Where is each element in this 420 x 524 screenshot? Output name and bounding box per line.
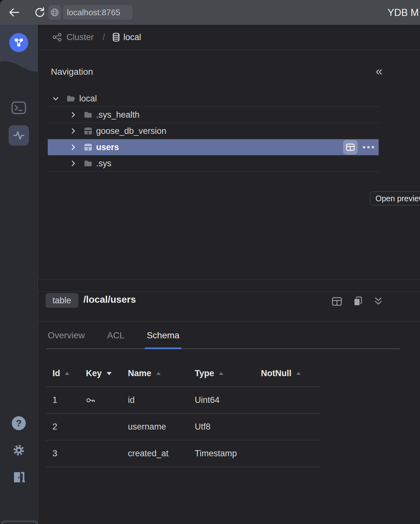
cell-type: Uint64 bbox=[195, 395, 261, 405]
table-icon bbox=[84, 143, 92, 151]
column-header-notnull[interactable]: NotNull bbox=[261, 369, 321, 378]
chevron-right-icon[interactable] bbox=[69, 127, 77, 135]
dot bbox=[367, 146, 370, 148]
tree-item-goose-db-version[interactable]: goose_db_version bbox=[48, 123, 379, 139]
window-title: YDB M bbox=[388, 7, 419, 18]
settings-button[interactable] bbox=[0, 443, 38, 458]
open-preview-button[interactable] bbox=[343, 140, 358, 155]
app-sidebar: ? bbox=[0, 25, 38, 524]
logout-button[interactable] bbox=[0, 470, 38, 484]
navigation-panel: Navigation « local .sys_health goose_db_… bbox=[38, 50, 420, 279]
column-header-type[interactable]: Type bbox=[195, 369, 261, 378]
folder-icon bbox=[84, 111, 92, 118]
entity-path: /local/users bbox=[83, 294, 136, 305]
terminal-nav-button[interactable] bbox=[0, 101, 38, 114]
url-text: localhost:8765 bbox=[67, 8, 120, 17]
tree-item-local[interactable]: local bbox=[48, 91, 379, 107]
screen: localhost:8765 YDB M ? bbox=[0, 0, 420, 524]
tree-item-label: .sys_health bbox=[96, 110, 140, 120]
tab-schema[interactable]: Schema bbox=[145, 321, 181, 349]
terminal-icon bbox=[11, 101, 26, 114]
tree-item-users[interactable]: users bbox=[48, 139, 379, 155]
chevron-right-icon[interactable] bbox=[69, 160, 77, 167]
address-bar[interactable]: localhost:8765 bbox=[63, 5, 132, 20]
chevron-right-icon[interactable] bbox=[69, 111, 77, 119]
entity-header: table /local/users bbox=[38, 292, 420, 321]
cell-name: username bbox=[128, 422, 195, 432]
more-menu-button[interactable] bbox=[361, 146, 376, 148]
bottom-sheet-edge bbox=[1, 521, 38, 524]
exit-door-icon bbox=[11, 470, 26, 484]
back-button[interactable] bbox=[8, 6, 20, 18]
sort-asc-icon bbox=[65, 372, 69, 375]
panel-divider[interactable] bbox=[38, 279, 420, 292]
tree-item-label: users bbox=[96, 142, 119, 152]
chevron-down-icon[interactable] bbox=[52, 95, 60, 102]
cell-id: 3 bbox=[52, 449, 86, 459]
collapse-panel-button[interactable]: « bbox=[376, 65, 382, 77]
reload-icon bbox=[34, 7, 46, 18]
breadcrumb-separator: / bbox=[103, 32, 105, 42]
globe-icon bbox=[50, 8, 59, 17]
table-row: 3 created_at Timestamp bbox=[46, 440, 321, 467]
table-row: 1 id Uint64 bbox=[46, 387, 321, 413]
dot bbox=[372, 146, 374, 148]
copy-path-button[interactable] bbox=[352, 295, 364, 308]
sort-asc-icon bbox=[156, 372, 161, 375]
help-button[interactable]: ? bbox=[12, 416, 26, 430]
table-icon bbox=[84, 127, 92, 135]
breadcrumb-database[interactable]: local bbox=[123, 32, 141, 42]
breadcrumb-cluster[interactable]: Cluster bbox=[66, 32, 94, 42]
main-content: Cluster / local Navigation « local .sys_… bbox=[38, 25, 420, 524]
activity-pulse-icon bbox=[12, 129, 25, 142]
primary-key-icon bbox=[86, 397, 95, 404]
cell-name: created_at bbox=[128, 449, 195, 459]
row-actions bbox=[343, 139, 376, 155]
column-header-key[interactable]: Key bbox=[86, 369, 128, 378]
collapse-details-button[interactable] bbox=[372, 295, 385, 308]
ydb-logo-icon bbox=[13, 37, 25, 49]
cell-type: Utf8 bbox=[195, 422, 261, 432]
dot bbox=[363, 146, 365, 148]
schema-table: Id Key Name Type NotNull 1 id Uint64 2 bbox=[46, 360, 321, 467]
breadcrumb: Cluster / local bbox=[38, 25, 420, 50]
chevron-double-down-icon bbox=[374, 297, 383, 306]
back-arrow-icon bbox=[9, 8, 20, 17]
reload-button[interactable] bbox=[34, 6, 46, 18]
table-preview-icon bbox=[346, 143, 355, 151]
copy-icon bbox=[353, 296, 363, 307]
browser-topbar: localhost:8765 YDB M bbox=[0, 0, 420, 25]
entity-type-badge: table bbox=[46, 293, 78, 308]
tree-item-sys-health[interactable]: .sys_health bbox=[48, 107, 379, 123]
monitoring-nav-button[interactable] bbox=[9, 125, 29, 146]
sort-desc-icon bbox=[107, 372, 112, 375]
folder-icon bbox=[84, 160, 92, 167]
gear-icon bbox=[11, 443, 26, 458]
navigation-title: Navigation bbox=[51, 67, 93, 77]
site-info-button[interactable] bbox=[48, 5, 61, 20]
question-icon: ? bbox=[16, 418, 22, 429]
sort-asc-icon bbox=[219, 372, 223, 375]
tree-item-label: goose_db_version bbox=[96, 126, 166, 136]
column-header-id[interactable]: Id bbox=[52, 369, 86, 378]
tab-acl[interactable]: ACL bbox=[106, 321, 126, 349]
tree-item-label: .sys bbox=[96, 159, 111, 169]
cell-name: id bbox=[128, 395, 195, 405]
tree-item-label: local bbox=[79, 94, 97, 104]
table-preview-icon bbox=[332, 297, 342, 306]
cluster-icon bbox=[52, 33, 62, 41]
cell-type: Timestamp bbox=[195, 449, 261, 459]
chevron-right-icon[interactable] bbox=[69, 143, 77, 151]
entity-tabs: Overview ACL Schema bbox=[38, 321, 420, 349]
schema-table-header: Id Key Name Type NotNull bbox=[46, 360, 321, 387]
database-icon bbox=[112, 32, 120, 42]
tree-item-sys[interactable]: .sys bbox=[48, 155, 379, 172]
tab-overview[interactable]: Overview bbox=[46, 321, 86, 349]
cell-id: 1 bbox=[52, 395, 86, 405]
column-header-name[interactable]: Name bbox=[128, 369, 195, 378]
ydb-logo[interactable] bbox=[9, 33, 28, 52]
navigation-tree: local .sys_health goose_db_version users bbox=[48, 91, 379, 172]
folder-open-icon bbox=[66, 95, 75, 102]
cell-id: 2 bbox=[52, 422, 86, 432]
open-preview-table-button[interactable] bbox=[331, 295, 343, 308]
